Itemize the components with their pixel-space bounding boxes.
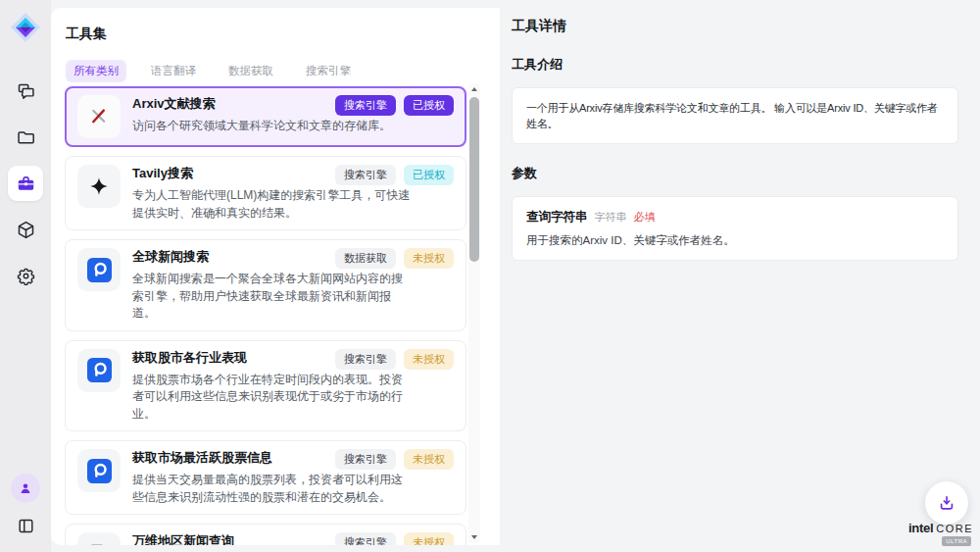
tool-card-tavily[interactable]: Tavily搜索 搜索引擎 已授权 专为人工智能代理(LLM)构建的搜索引擎工具… [65,156,466,230]
tool-name: Arxiv文献搜索 [132,95,216,113]
sidebar-item-tools[interactable] [8,166,43,201]
tool-card-active-stocks[interactable]: 获取市场最活跃股票信息 搜索引擎 未授权 提供当天交易量最高的股票列表，投资者可… [65,440,466,515]
page-title: 工具集 [66,25,500,43]
intro-card: 一个用于从Arxiv存储库搜索科学论文和文章的工具。 输入可以是Arxiv ID… [512,87,958,144]
rail-bottom [11,474,40,552]
tab-search-engine[interactable]: 搜索引擎 [298,60,359,82]
layout-panel-icon [17,517,35,535]
newspaper-icon [77,532,121,545]
category-badge: 数据获取 [335,248,396,269]
tab-translation[interactable]: 语言翻译 [143,60,204,82]
param-name: 查询字符串 [526,209,588,226]
tool-description: 提供当天交易量最高的股票列表，投资者可以利用这些信息来识别流动性强的股票和潜在的… [132,472,411,506]
tool-description: 专为人工智能代理(LLM)构建的搜索引擎工具，可快速提供实时、准确和真实的结果。 [132,187,411,222]
list-scrollbar[interactable] [468,83,480,543]
sidebar-item-settings[interactable] [8,258,43,293]
toolbox-icon [16,174,36,194]
blue-magnifier-icon [77,248,121,291]
tool-list-panel: 工具集 所有类别 语言翻译 数据获取 搜索引擎 Arxiv文献搜索 搜索引擎 已… [51,8,500,545]
blue-magnifier-icon [77,449,121,492]
detail-title: 工具详情 [512,18,958,35]
intel-core-branding: intel core ULTRA [908,521,973,546]
tool-card-list: Arxiv文献搜索 搜索引擎 已授权 访问各个研究领域大量科学论文和文章的存储库… [65,86,466,545]
tab-all-categories[interactable]: 所有类别 [66,60,126,82]
tool-card-stock-sectors[interactable]: 获取股市各行业表现 搜索引擎 未授权 提供股票市场各个行业在特定时间段内的表现。… [65,340,466,432]
auth-status-badge: 未授权 [404,248,454,269]
category-tabs: 所有类别 语言翻译 数据获取 搜索引擎 [66,60,500,82]
tavily-star-icon [77,165,121,208]
auth-status-badge: 未授权 [404,449,454,470]
tool-description: 提供股票市场各个行业在特定时间段内的表现。投资者可以利用这些信息来识别表现优于或… [132,372,411,424]
download-icon [937,493,956,513]
auth-status-badge: 未授权 [404,532,454,545]
category-badge: 搜索引擎 [335,165,396,185]
rail-nav [8,74,43,293]
toggle-panel-button[interactable] [11,511,40,540]
tab-data-fetch[interactable]: 数据获取 [220,60,281,82]
tool-description: 全球新闻搜索是一个聚合全球各大新闻网站内容的搜索引擎，帮助用户快速获取全球最新资… [132,271,411,323]
tool-name: 万维地区新闻查询 [132,532,234,545]
chat-icon [16,81,36,102]
intro-text: 一个用于从Arxiv存储库搜索科学论文和文章的工具。 输入可以是Arxiv ID… [526,100,944,131]
diamond-logo-icon [9,11,42,44]
category-badge: 搜索引擎 [335,532,396,545]
tool-detail-panel: 工具详情 工具介绍 一个用于从Arxiv存储库搜索科学论文和文章的工具。 输入可… [500,0,980,552]
tool-name: 全球新闻搜索 [132,248,209,266]
auth-status-badge: 已授权 [404,95,454,116]
gear-icon [16,266,36,286]
user-avatar[interactable] [11,474,40,503]
category-badge: 搜索引擎 [335,95,396,116]
download-button[interactable] [925,481,968,525]
tool-card-regional-news[interactable]: 万维地区新闻查询 搜索引擎 未授权 查询具体行政区划内的新闻，快速了解各地新闻动 [65,524,466,545]
arxiv-x-icon [77,95,121,138]
intro-section-title: 工具介绍 [512,56,958,74]
user-icon [18,480,33,496]
tool-card-arxiv[interactable]: Arxiv文献搜索 搜索引擎 已授权 访问各个研究领域大量科学论文和文章的存储库… [65,86,466,147]
tool-name: Tavily搜索 [132,165,193,182]
tool-name: 获取市场最活跃股票信息 [132,449,272,467]
scrollbar-thumb[interactable] [469,97,479,262]
sidebar-item-files[interactable] [8,120,43,155]
cube-icon [16,220,36,240]
ultra-badge: ULTRA [942,536,971,546]
app-logo[interactable] [7,9,44,46]
sidebar-rail [0,0,51,552]
param-description: 用于搜索的Arxiv ID、关键字或作者姓名。 [526,233,944,248]
sidebar-item-chat[interactable] [8,74,43,109]
auth-status-badge: 未授权 [404,349,454,370]
scroll-up-arrow-icon[interactable] [468,83,480,95]
param-type: 字符串 [595,210,627,225]
core-wordmark: core [936,523,973,534]
blue-magnifier-icon [77,349,121,392]
param-card: 查询字符串 字符串 必填 用于搜索的Arxiv ID、关键字或作者姓名。 [512,196,958,261]
tool-name: 获取股市各行业表现 [132,349,247,367]
tool-card-global-news[interactable]: 全球新闻搜索 数据获取 未授权 全球新闻搜索是一个聚合全球各大新闻网站内容的搜索… [65,239,466,331]
scroll-down-arrow-icon[interactable] [468,531,480,543]
category-badge: 搜索引擎 [335,449,396,470]
param-required-flag: 必填 [634,210,656,225]
category-badge: 搜索引擎 [335,349,396,370]
auth-status-badge: 已授权 [404,165,454,185]
intel-wordmark: intel [908,521,933,535]
folder-icon [16,127,36,148]
sidebar-item-packages[interactable] [8,212,43,247]
params-section-title: 参数 [512,165,958,182]
tool-description: 访问各个研究领域大量科学论文和文章的存储库。 [132,118,411,135]
